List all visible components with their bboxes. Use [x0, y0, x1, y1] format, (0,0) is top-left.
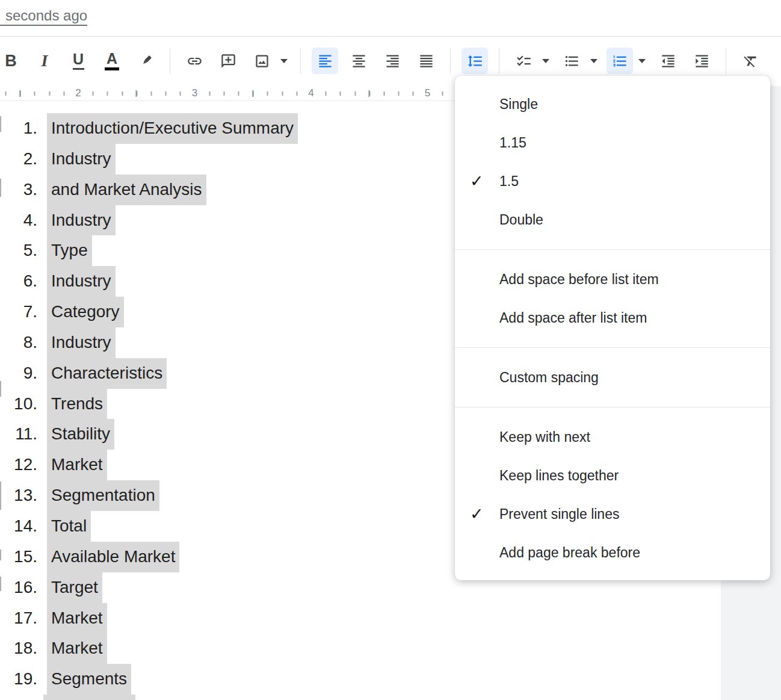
align-center-button[interactable]: [345, 48, 372, 74]
list-item-text: Market: [47, 603, 107, 634]
checklist-options-button[interactable]: [540, 48, 551, 74]
insert-image-button[interactable]: [248, 48, 275, 74]
clipped-content-sliver: [0, 116, 1, 132]
menu-item-label: Keep with next: [499, 429, 590, 445]
increase-indent-button[interactable]: [688, 48, 715, 74]
chevron-down-icon: [542, 59, 549, 63]
list-item-number: 3.: [10, 175, 41, 205]
numbered-list-button[interactable]: [607, 48, 633, 74]
list-item[interactable]: 17. Market: [0, 603, 721, 634]
menu-item-label: Prevent single lines: [499, 506, 619, 522]
list-item-text: Type: [47, 235, 92, 266]
text-color-icon: A: [105, 51, 119, 70]
bulleted-list-options-button[interactable]: [588, 48, 599, 74]
menu-item-label: Custom spacing: [499, 370, 599, 386]
menu-item-add-space-before-list-item[interactable]: Add space before list item: [455, 260, 770, 299]
list-item-text: Stability: [47, 419, 114, 450]
list-item-number: 15.: [10, 542, 41, 572]
list-item-number: 9.: [10, 358, 41, 389]
list-item-number: 6.: [10, 266, 41, 297]
menu-item-keep-with-next[interactable]: Keep with next: [455, 418, 770, 456]
numbered-list-options-button[interactable]: [637, 48, 647, 74]
justify-button[interactable]: [413, 48, 439, 74]
menu-item-label: 1.15: [499, 135, 526, 151]
list-item-number: 18.: [10, 633, 41, 664]
menu-divider: [455, 407, 770, 407]
menu-item-double[interactable]: Double: [455, 200, 770, 239]
list-item-text: Segmentation: [47, 480, 159, 511]
list-item-text: Available Market: [47, 542, 179, 572]
checklist-button[interactable]: [510, 48, 537, 74]
clipped-content-sliver: [0, 550, 1, 560]
highlight-button[interactable]: [132, 48, 159, 74]
menu-item-label: Single: [499, 96, 538, 113]
menu-item-custom-spacing[interactable]: Custom spacing: [455, 358, 770, 397]
insert-image-options-button[interactable]: [279, 48, 289, 74]
menu-item-keep-lines-together[interactable]: Keep lines together: [455, 456, 770, 495]
list-item[interactable]: 19. Segments: [0, 664, 721, 695]
bold-button[interactable]: B: [0, 48, 24, 74]
align-right-button[interactable]: [379, 48, 406, 74]
menu-item-single[interactable]: Single: [455, 85, 770, 123]
bulleted-list-button[interactable]: [558, 48, 585, 74]
decrease-indent-button[interactable]: [655, 48, 681, 74]
bulleted-list-icon: [564, 53, 580, 69]
insert-link-button[interactable]: [181, 48, 208, 74]
align-left-button[interactable]: [312, 48, 338, 74]
italic-button[interactable]: I: [31, 48, 58, 74]
toolbar-separator: [726, 48, 726, 73]
italic-icon: I: [42, 51, 48, 70]
menu-item-label: Add space before list item: [499, 271, 659, 288]
chevron-down-icon: [638, 59, 646, 63]
list-item-text: Industry: [47, 205, 116, 236]
decrease-indent-icon: [660, 53, 676, 69]
text-color-button[interactable]: A: [99, 48, 125, 74]
ruler-inch-label: 5: [421, 86, 434, 101]
ruler-inch-label: 3: [188, 86, 201, 101]
menu-item-label: Add page break before: [499, 545, 640, 561]
list-item-number: 19.: [10, 664, 41, 695]
toolbar-top-divider: [0, 36, 781, 37]
clipped-content-sliver: [0, 381, 1, 397]
list-item-text: Market: [47, 633, 107, 664]
numbered-list-icon: [612, 53, 628, 69]
list-item-text: Target: [47, 572, 102, 603]
line-spacing-menu: Single 1.15 1.5 ✓ Double Add space befor…: [455, 76, 770, 580]
menu-item-label: Double: [499, 212, 543, 228]
list-item-number: 2.: [10, 144, 41, 175]
align-right-icon: [384, 53, 401, 69]
list-item-number: 10.: [10, 389, 41, 420]
list-item-number: 8.: [10, 327, 41, 358]
list-item-number: 17.: [10, 603, 41, 634]
list-item-number: 7.: [10, 297, 41, 327]
list-item-number: 11.: [10, 419, 41, 450]
last-edit-link[interactable]: seconds ago: [0, 7, 87, 26]
menu-item-add-space-after-list-item[interactable]: Add space after list item: [455, 299, 770, 337]
menu-divider: [455, 249, 770, 250]
list-item-text: Market: [47, 450, 107, 480]
list-item[interactable]: 18. Market: [0, 633, 721, 664]
underline-button[interactable]: U: [65, 48, 91, 74]
clipped-content-sliver: [0, 482, 1, 510]
checkmark-icon: ✓: [470, 504, 484, 524]
clear-formatting-button[interactable]: [737, 48, 764, 74]
checklist-icon: [516, 53, 532, 69]
toolbar-separator: [450, 48, 451, 73]
bold-icon: B: [5, 52, 17, 70]
list-item-text: Characteristics: [47, 358, 167, 389]
line-spacing-icon: [467, 53, 483, 69]
increase-indent-icon: [694, 53, 710, 69]
google-docs-window: seconds ago B I U A: [0, 0, 781, 700]
underline-icon: U: [73, 52, 84, 70]
highlighter-icon: [138, 53, 154, 69]
add-comment-button[interactable]: [215, 48, 241, 74]
line-spacing-button[interactable]: [461, 48, 488, 74]
clipped-text-fragment: [0, 9, 5, 26]
list-item-text: Category: [47, 297, 124, 327]
menu-item-add-page-break-before[interactable]: Add page break before: [455, 533, 770, 572]
toolbar-separator: [499, 48, 499, 73]
menu-item-1.5[interactable]: 1.5 ✓: [455, 162, 770, 200]
menu-item-prevent-single-lines[interactable]: Prevent single lines ✓: [455, 495, 770, 533]
list-item-text: Industry: [47, 144, 116, 175]
menu-item-1.15[interactable]: 1.15: [455, 123, 770, 162]
